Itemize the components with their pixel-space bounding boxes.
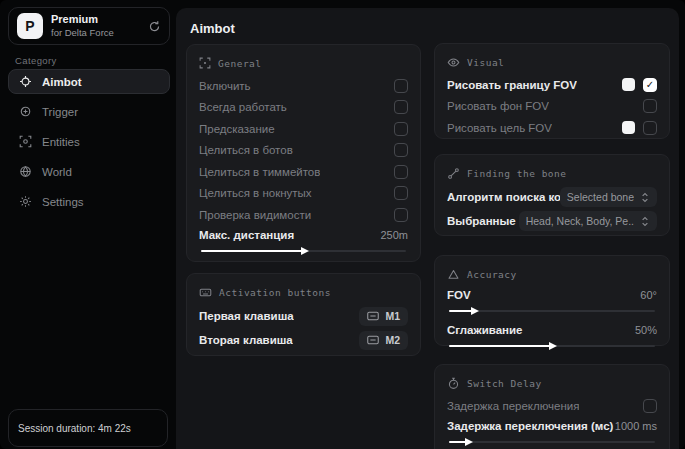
- session-duration: Session duration: 4m 22s: [8, 409, 168, 447]
- sidebar-item-label: World: [42, 166, 72, 178]
- slider-label: FOV: [447, 289, 471, 301]
- smoothing-slider[interactable]: [447, 342, 657, 350]
- sidebar-item-world[interactable]: World: [8, 159, 170, 184]
- keyboard-icon: [367, 335, 379, 345]
- slider-label: Задержка переключения (мс): [447, 420, 613, 432]
- sidebar-nav: Aimbot Trigger Entities: [8, 69, 170, 214]
- category-label: Category: [15, 55, 57, 66]
- sidebar-item-entities[interactable]: Entities: [8, 129, 170, 154]
- page-title: Aimbot: [190, 21, 235, 36]
- toggle-row: Рисовать цель FOV: [447, 117, 657, 139]
- world-icon: [19, 165, 32, 178]
- toggle-row: Включить: [199, 75, 408, 97]
- stopwatch-icon: [447, 377, 460, 390]
- app-logo: P: [17, 13, 43, 39]
- bone-algorithm-select[interactable]: Selected bone: [560, 187, 657, 207]
- select-row: Алгоритм поиска кост Selected bone: [447, 185, 657, 209]
- checkbox[interactable]: [643, 78, 657, 92]
- sidebar-item-label: Settings: [42, 196, 84, 208]
- sync-icon[interactable]: [148, 20, 161, 33]
- keybind-button-m1[interactable]: M1: [359, 307, 408, 326]
- slider-value: 60°: [640, 289, 657, 301]
- keybind-row: Первая клавиша M1: [199, 304, 408, 328]
- checkbox[interactable]: [394, 165, 408, 179]
- slider-track: [449, 310, 655, 312]
- app-title: Premium: [51, 13, 140, 27]
- color-swatch[interactable]: [622, 78, 635, 91]
- panel-visual-header: Visual: [447, 54, 657, 70]
- panel-accuracy-header: Accuracy: [447, 266, 657, 282]
- panel-activation-header: Activation buttons: [199, 284, 408, 300]
- checkbox[interactable]: [394, 100, 408, 114]
- checkbox[interactable]: [394, 122, 408, 136]
- bone-icon: [447, 167, 460, 180]
- panel-visual: Visual Рисовать границу FOV Рисовать фон…: [434, 43, 670, 139]
- triangle-icon: [447, 268, 460, 281]
- checkbox[interactable]: [643, 99, 657, 113]
- keybind-value: M2: [385, 334, 400, 346]
- keybind-row: Вторая клавиша M2: [199, 328, 408, 352]
- panel-accuracy: Accuracy FOV 60° Сглаживание 50%: [434, 255, 670, 346]
- sidebar-item-aimbot[interactable]: Aimbot: [8, 69, 170, 94]
- color-swatch[interactable]: [622, 121, 635, 134]
- keybind-value: M1: [385, 310, 400, 322]
- switch-delay-slider[interactable]: [447, 438, 657, 446]
- toggle-label: Целиться в тиммейтов: [199, 166, 320, 178]
- trigger-icon: [19, 105, 32, 118]
- unfold-icon: [640, 192, 650, 203]
- toggle-label: Целиться в ботов: [199, 144, 293, 156]
- app-window: P Premium for Delta Force Category Aimbo…: [0, 0, 685, 449]
- slider-row: Задержка переключения (мс) 1000 ms: [447, 417, 657, 435]
- toggle-row: Проверка видимости: [199, 204, 408, 226]
- toggle-label: Проверка видимости: [199, 209, 311, 221]
- panel-switch-header: Switch Delay: [447, 375, 657, 391]
- sidebar-item-trigger[interactable]: Trigger: [8, 99, 170, 124]
- sidebar-item-settings[interactable]: Settings: [8, 189, 170, 214]
- select-label: Алгоритм поиска кост: [447, 191, 560, 203]
- toggle-label: Задержка переключения: [447, 400, 579, 412]
- keyboard-icon: [367, 311, 379, 321]
- select-value: Head, Neck, Body, Pe..: [526, 215, 634, 227]
- panel-general: General Включить Всегда работать Предска…: [186, 44, 421, 262]
- keybind-label: Вторая клавиша: [199, 334, 293, 346]
- unfold-icon: [640, 216, 650, 227]
- toggle-label: Рисовать границу FOV: [447, 79, 577, 91]
- keybind-button-m2[interactable]: M2: [359, 331, 408, 350]
- slider-fill: [449, 310, 472, 312]
- selected-bones-select[interactable]: Head, Neck, Body, Pe..: [519, 211, 657, 231]
- panel-switch-delay: Switch Delay Задержка переключения Задер…: [434, 364, 670, 449]
- eye-icon: [447, 56, 460, 69]
- checkbox[interactable]: [643, 399, 657, 413]
- slider-row: FOV 60°: [447, 286, 657, 304]
- slider-row: Макс. дистанция 250m: [199, 226, 408, 244]
- slider-fill: [449, 441, 466, 443]
- slider-track: [449, 441, 655, 443]
- sidebar-header: P Premium for Delta Force: [8, 7, 170, 45]
- checkbox[interactable]: [394, 143, 408, 157]
- select-label: Выбранные кос: [447, 215, 519, 227]
- checkbox[interactable]: [394, 208, 408, 222]
- slider-value: 250m: [380, 229, 408, 241]
- toggle-label: Целиться в нокнутых: [199, 187, 312, 199]
- aimbot-crosshair-icon: [19, 75, 32, 88]
- panel-finding-bone: Finding the bone Алгоритм поиска кост Se…: [434, 154, 670, 236]
- app-subtitle: for Delta Force: [51, 27, 140, 39]
- max-distance-slider[interactable]: [199, 247, 408, 255]
- toggle-row: Задержка переключения: [447, 395, 657, 417]
- panel-bone-header: Finding the bone: [447, 165, 657, 181]
- checkbox[interactable]: [643, 121, 657, 135]
- fov-slider[interactable]: [447, 307, 657, 315]
- crosshair-frame-icon: [199, 57, 211, 69]
- toggle-row: Предсказание: [199, 118, 408, 140]
- toggle-row: Целиться в ботов: [199, 140, 408, 162]
- sidebar-item-label: Entities: [42, 136, 80, 148]
- slider-value: 50%: [635, 324, 657, 336]
- toggle-row: Целиться в тиммейтов: [199, 161, 408, 183]
- sidebar-item-label: Aimbot: [42, 76, 82, 88]
- keyboard-icon: [199, 286, 212, 299]
- checkbox[interactable]: [394, 186, 408, 200]
- checkbox[interactable]: [394, 79, 408, 93]
- sidebar-item-label: Trigger: [42, 106, 78, 118]
- toggle-label: Всегда работать: [199, 101, 287, 113]
- toggle-label: Предсказание: [199, 123, 275, 135]
